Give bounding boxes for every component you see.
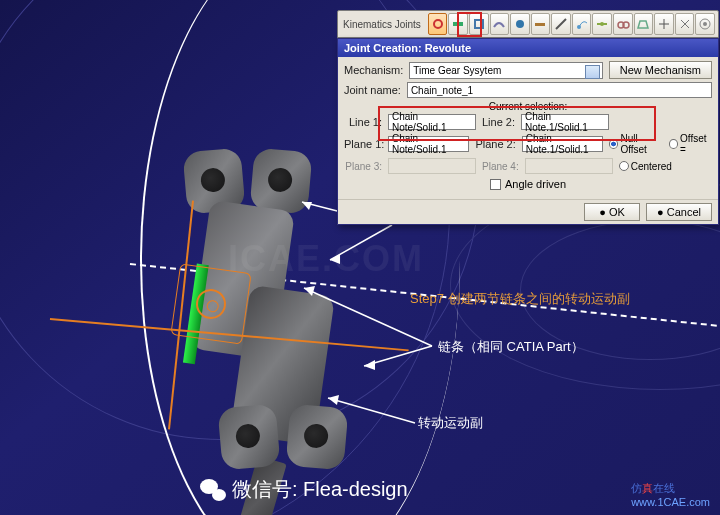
svg-rect-9 [535, 23, 545, 26]
mechanism-label: Mechanism: [344, 64, 403, 76]
kinematics-toolbar: Kinematics Joints [337, 10, 719, 38]
angle-driven-checkbox[interactable]: Angle driven [490, 178, 566, 190]
plane1-field[interactable]: Chain Note/Solid.1 [388, 136, 469, 152]
svg-point-8 [516, 20, 524, 28]
offset-radio[interactable]: Offset = [669, 133, 712, 155]
svg-point-12 [600, 22, 604, 26]
chain-lug [285, 404, 348, 471]
footer-watermark: 仿真在线 www.1CAE.com [631, 481, 710, 508]
roll-curve-joint-icon[interactable] [613, 13, 633, 35]
chain-lug [217, 404, 280, 471]
null-offset-radio[interactable]: Null Offset [609, 133, 663, 155]
cancel-button[interactable]: ● Cancel [646, 203, 712, 221]
svg-line-10 [556, 19, 566, 29]
line2-label: Line 2: [482, 116, 515, 128]
chain-lug [249, 148, 312, 215]
annotation-chain: 链条（相同 CATIA Part） [438, 338, 584, 356]
line2-field[interactable]: Chain Note.1/Solid.1 [521, 114, 609, 130]
joint-name-field[interactable]: Chain_note_1 [407, 82, 712, 98]
point-curve-joint-icon[interactable] [572, 13, 592, 35]
line1-field[interactable]: Chain Note/Solid.1 [388, 114, 476, 130]
prismatic-joint-icon[interactable] [448, 13, 468, 35]
universal-joint-icon[interactable] [654, 13, 674, 35]
point-surface-joint-icon[interactable] [634, 13, 654, 35]
bore-hole [235, 423, 261, 449]
plane3-label: Plane 3: [344, 161, 382, 172]
slide-curve-joint-icon[interactable] [592, 13, 612, 35]
line1-label: Line 1: [344, 116, 382, 128]
screw-joint-icon[interactable] [490, 13, 510, 35]
gear-joint-icon[interactable] [695, 13, 715, 35]
joint-name-label: Joint name: [344, 84, 401, 96]
revolute-joint-icon[interactable] [428, 13, 448, 35]
joint-creation-dialog: Joint Creation: Revolute Mechanism: Time… [337, 38, 719, 225]
plane1-label: Plane 1: [344, 138, 382, 150]
mechanism-dropdown[interactable]: Time Gear Sysytem [409, 62, 602, 79]
rigid-joint-icon[interactable] [551, 13, 571, 35]
wechat-text: 微信号: Flea-design [232, 476, 408, 503]
spherical-joint-icon[interactable] [510, 13, 530, 35]
new-mechanism-button[interactable]: New Mechanism [609, 61, 712, 79]
planar-joint-icon[interactable] [531, 13, 551, 35]
watermark-text: ICAE.COM [228, 238, 424, 280]
svg-rect-7 [475, 20, 483, 28]
annotation-step: Step7 创建两节链条之间的转动运动副 [410, 290, 630, 308]
svg-point-19 [703, 22, 707, 26]
plane2-field[interactable]: Chain Note.1/Solid.1 [522, 136, 603, 152]
pivot-ring [194, 287, 228, 321]
wechat-tag: 微信号: Flea-design [200, 476, 408, 503]
bore-hole [267, 167, 293, 193]
cv-joint-icon[interactable] [675, 13, 695, 35]
plane4-label: Plane 4: [482, 161, 519, 172]
bore-hole [303, 423, 329, 449]
plane2-label: Plane 2: [475, 138, 515, 150]
wechat-icon [200, 479, 226, 501]
plane3-field [388, 158, 476, 174]
annotation-joint: 转动运动副 [418, 414, 483, 432]
bore-hole [200, 167, 226, 193]
cylindrical-joint-icon[interactable] [469, 13, 489, 35]
svg-rect-6 [453, 22, 463, 26]
ok-button[interactable]: ● OK [584, 203, 640, 221]
dialog-title: Joint Creation: Revolute [338, 39, 718, 57]
plane4-field [525, 158, 613, 174]
toolbar-title: Kinematics Joints [341, 19, 427, 30]
svg-point-5 [434, 20, 442, 28]
centered-radio[interactable]: Centered [619, 161, 672, 172]
svg-marker-15 [638, 21, 648, 28]
